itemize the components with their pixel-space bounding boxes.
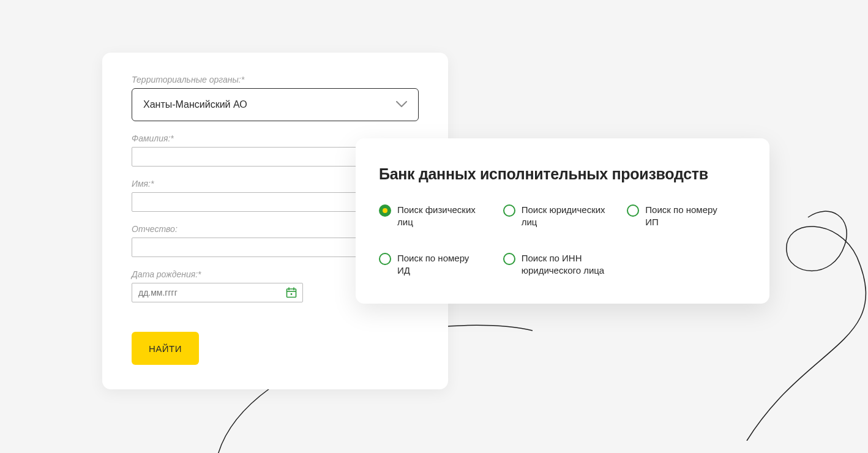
- svg-rect-0: [287, 289, 296, 298]
- radio-label: Поиск по номеру ИП: [645, 204, 731, 229]
- radio-search-by-id-number[interactable]: Поиск по номеру ИД: [379, 252, 498, 277]
- calendar-icon[interactable]: [286, 287, 297, 298]
- radio-circle-icon: [379, 253, 391, 265]
- radio-search-by-ip-number[interactable]: Поиск по номеру ИП: [627, 204, 746, 229]
- radio-label: Поиск юридических лиц: [522, 204, 607, 229]
- territory-select[interactable]: Ханты-Мансийский АО: [132, 88, 419, 121]
- radio-label: Поиск по ИНН юридического лица: [522, 252, 607, 277]
- search-panel-title: Банк данных исполнительных производств: [379, 165, 746, 183]
- radio-label: Поиск физических лиц: [397, 204, 483, 229]
- radio-circle-icon: [503, 253, 515, 265]
- radio-search-legal-entities[interactable]: Поиск юридических лиц: [503, 204, 623, 229]
- dob-input-wrap: [132, 283, 303, 302]
- territory-field-group: Территориальные органы:* Ханты-Мансийски…: [132, 75, 419, 121]
- chevron-down-icon: [396, 101, 407, 108]
- radio-search-individuals[interactable]: Поиск физических лиц: [379, 204, 498, 229]
- territory-label: Территориальные органы:*: [132, 75, 419, 84]
- radio-search-by-inn[interactable]: Поиск по ИНН юридического лица: [503, 252, 623, 277]
- dob-input[interactable]: [132, 283, 303, 302]
- radio-circle-icon: [379, 204, 391, 217]
- search-type-card: Банк данных исполнительных производств П…: [356, 138, 769, 304]
- svg-point-4: [291, 293, 293, 295]
- territory-selected-value: Ханты-Мансийский АО: [143, 99, 247, 110]
- radio-label: Поиск по номеру ИД: [397, 252, 483, 277]
- find-button[interactable]: НАЙТИ: [132, 332, 199, 365]
- radio-circle-icon: [503, 204, 515, 217]
- search-type-radio-group: Поиск физических лиц Поиск юридических л…: [379, 204, 746, 277]
- radio-circle-icon: [627, 204, 639, 217]
